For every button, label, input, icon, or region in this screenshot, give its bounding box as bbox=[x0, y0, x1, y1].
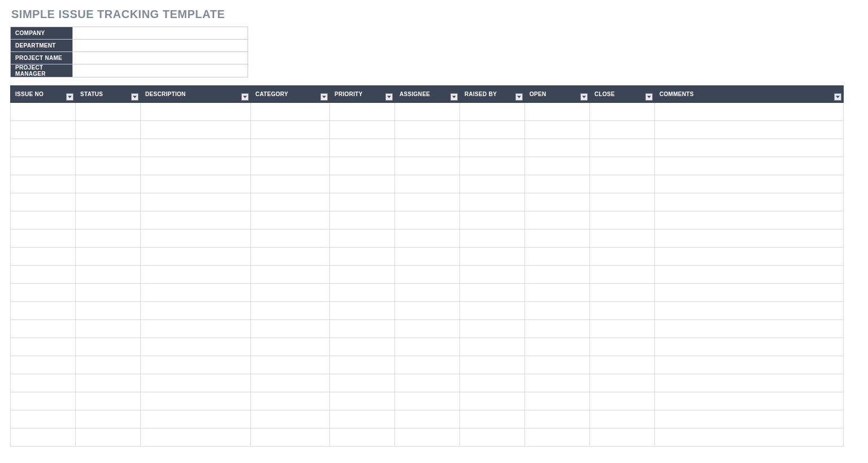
cell-raised_by[interactable] bbox=[460, 284, 525, 302]
cell-comments[interactable] bbox=[655, 284, 844, 302]
cell-assignee[interactable] bbox=[395, 302, 460, 320]
cell-raised_by[interactable] bbox=[460, 248, 525, 266]
cell-open[interactable] bbox=[525, 121, 590, 139]
meta-value-cell[interactable] bbox=[73, 40, 248, 52]
cell-description[interactable] bbox=[141, 139, 251, 157]
cell-priority[interactable] bbox=[330, 284, 395, 302]
cell-description[interactable] bbox=[141, 248, 251, 266]
cell-open[interactable] bbox=[525, 356, 590, 374]
cell-priority[interactable] bbox=[330, 103, 395, 121]
cell-description[interactable] bbox=[141, 266, 251, 284]
cell-description[interactable] bbox=[141, 193, 251, 211]
cell-open[interactable] bbox=[525, 284, 590, 302]
cell-priority[interactable] bbox=[330, 356, 395, 374]
cell-close[interactable] bbox=[590, 157, 655, 175]
meta-value-cell[interactable] bbox=[73, 52, 248, 64]
cell-issue_no[interactable] bbox=[11, 374, 76, 392]
cell-issue_no[interactable] bbox=[11, 429, 76, 447]
cell-open[interactable] bbox=[525, 410, 590, 429]
filter-dropdown-icon[interactable] bbox=[320, 93, 328, 101]
cell-category[interactable] bbox=[251, 338, 330, 356]
cell-issue_no[interactable] bbox=[11, 356, 76, 374]
cell-description[interactable] bbox=[141, 157, 251, 175]
cell-close[interactable] bbox=[590, 392, 655, 410]
cell-category[interactable] bbox=[251, 266, 330, 284]
cell-category[interactable] bbox=[251, 392, 330, 410]
cell-issue_no[interactable] bbox=[11, 284, 76, 302]
cell-comments[interactable] bbox=[655, 157, 844, 175]
cell-raised_by[interactable] bbox=[460, 266, 525, 284]
cell-category[interactable] bbox=[251, 410, 330, 429]
cell-category[interactable] bbox=[251, 284, 330, 302]
cell-comments[interactable] bbox=[655, 103, 844, 121]
cell-issue_no[interactable] bbox=[11, 410, 76, 429]
cell-priority[interactable] bbox=[330, 338, 395, 356]
cell-open[interactable] bbox=[525, 392, 590, 410]
cell-issue_no[interactable] bbox=[11, 139, 76, 157]
cell-comments[interactable] bbox=[655, 374, 844, 392]
cell-priority[interactable] bbox=[330, 139, 395, 157]
cell-status[interactable] bbox=[76, 338, 141, 356]
cell-assignee[interactable] bbox=[395, 103, 460, 121]
cell-issue_no[interactable] bbox=[11, 121, 76, 139]
cell-priority[interactable] bbox=[330, 211, 395, 230]
cell-raised_by[interactable] bbox=[460, 429, 525, 447]
cell-description[interactable] bbox=[141, 374, 251, 392]
cell-status[interactable] bbox=[76, 157, 141, 175]
cell-category[interactable] bbox=[251, 121, 330, 139]
filter-dropdown-icon[interactable] bbox=[385, 93, 393, 101]
cell-assignee[interactable] bbox=[395, 374, 460, 392]
cell-raised_by[interactable] bbox=[460, 121, 525, 139]
cell-issue_no[interactable] bbox=[11, 338, 76, 356]
cell-comments[interactable] bbox=[655, 392, 844, 410]
cell-close[interactable] bbox=[590, 139, 655, 157]
cell-issue_no[interactable] bbox=[11, 175, 76, 193]
cell-category[interactable] bbox=[251, 374, 330, 392]
cell-status[interactable] bbox=[76, 266, 141, 284]
cell-description[interactable] bbox=[141, 410, 251, 429]
cell-open[interactable] bbox=[525, 266, 590, 284]
meta-value-cell[interactable] bbox=[73, 27, 248, 40]
cell-close[interactable] bbox=[590, 230, 655, 248]
cell-raised_by[interactable] bbox=[460, 338, 525, 356]
cell-open[interactable] bbox=[525, 103, 590, 121]
cell-comments[interactable] bbox=[655, 266, 844, 284]
cell-assignee[interactable] bbox=[395, 356, 460, 374]
cell-priority[interactable] bbox=[330, 175, 395, 193]
cell-assignee[interactable] bbox=[395, 429, 460, 447]
cell-category[interactable] bbox=[251, 175, 330, 193]
cell-status[interactable] bbox=[76, 121, 141, 139]
cell-priority[interactable] bbox=[330, 302, 395, 320]
cell-description[interactable] bbox=[141, 338, 251, 356]
cell-assignee[interactable] bbox=[395, 338, 460, 356]
cell-priority[interactable] bbox=[330, 266, 395, 284]
filter-dropdown-icon[interactable] bbox=[580, 93, 588, 101]
cell-raised_by[interactable] bbox=[460, 139, 525, 157]
cell-raised_by[interactable] bbox=[460, 157, 525, 175]
cell-category[interactable] bbox=[251, 230, 330, 248]
cell-description[interactable] bbox=[141, 302, 251, 320]
cell-comments[interactable] bbox=[655, 175, 844, 193]
cell-status[interactable] bbox=[76, 356, 141, 374]
cell-assignee[interactable] bbox=[395, 211, 460, 230]
cell-open[interactable] bbox=[525, 139, 590, 157]
cell-assignee[interactable] bbox=[395, 157, 460, 175]
cell-assignee[interactable] bbox=[395, 284, 460, 302]
cell-status[interactable] bbox=[76, 410, 141, 429]
cell-description[interactable] bbox=[141, 284, 251, 302]
cell-assignee[interactable] bbox=[395, 121, 460, 139]
cell-status[interactable] bbox=[76, 211, 141, 230]
cell-raised_by[interactable] bbox=[460, 302, 525, 320]
cell-status[interactable] bbox=[76, 392, 141, 410]
cell-assignee[interactable] bbox=[395, 410, 460, 429]
cell-issue_no[interactable] bbox=[11, 392, 76, 410]
cell-assignee[interactable] bbox=[395, 139, 460, 157]
cell-issue_no[interactable] bbox=[11, 248, 76, 266]
cell-priority[interactable] bbox=[330, 157, 395, 175]
filter-dropdown-icon[interactable] bbox=[131, 93, 138, 101]
cell-close[interactable] bbox=[590, 248, 655, 266]
cell-close[interactable] bbox=[590, 103, 655, 121]
cell-raised_by[interactable] bbox=[460, 320, 525, 338]
cell-raised_by[interactable] bbox=[460, 175, 525, 193]
cell-open[interactable] bbox=[525, 320, 590, 338]
